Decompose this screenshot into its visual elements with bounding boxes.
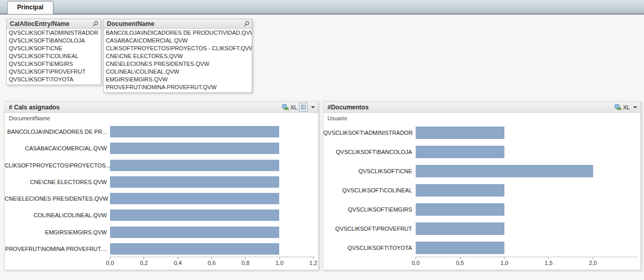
bar-label[interactable]: QVSCLIKSOFT\TOYOTA	[323, 245, 416, 251]
tab-principal[interactable]: Principal	[7, 1, 53, 14]
listbox-body: BANCOLOJA\INDICADORES DE PRODUCTIVIDAD.Q…	[104, 29, 252, 91]
bar-label[interactable]: QVSCLIKSOFT\BANCOLOJA	[323, 149, 416, 155]
bar-row: QVSCLIKSOFT\PROVEFRUT	[323, 219, 637, 238]
plot-area: BANCOLOJA\INDICADORES DE PR... CASABACA\…	[5, 123, 315, 257]
bar[interactable]	[416, 222, 504, 235]
list-item[interactable]: COLINEAL\COLINEAL.QVW	[104, 68, 252, 76]
bar-row: QVSCLIKSOFT\BANCOLOJA	[323, 143, 637, 162]
search-icon[interactable]	[92, 21, 99, 27]
listbox-documentname: DocumentName BANCOLOJA\INDICADORES DE PR…	[103, 19, 252, 93]
list-item[interactable]: QVSCLIKSOFT\CNE	[7, 45, 101, 52]
listbox-title: CalAllocEntry/Name	[10, 20, 70, 27]
bar-track	[110, 224, 315, 241]
axis-tick: 0,6	[208, 257, 215, 266]
list-item[interactable]: CNE\ELECIONES PRESIDENTES.QVW	[104, 60, 252, 68]
chart-caption[interactable]: #Documentos XL	[323, 102, 640, 113]
chart-title: # Cals asignados	[9, 104, 60, 111]
list-item[interactable]: QVSCLIKSOFT\EMGIRS	[7, 60, 101, 68]
chart-documentos: #Documentos XL Usuario QVSCLIKSOFT\ADMIN…	[323, 101, 641, 270]
bar-track	[416, 162, 637, 181]
bar-label[interactable]: COLINEAL\COLINEAL.QVW	[5, 212, 110, 218]
excel-export-icon[interactable]	[614, 104, 622, 111]
xl-export-label[interactable]: XL	[291, 104, 297, 110]
bar-row: CLIKSOFTPROYECTOS\PROYECTOS...	[5, 157, 315, 174]
bar-row: CNE\CNE ELECTORES.QVW	[5, 174, 315, 190]
bar-track	[110, 190, 315, 207]
axis-tick: 1,5	[545, 257, 553, 266]
bar-label[interactable]: QVSCLIKSOFT\CNE	[323, 168, 416, 174]
bar[interactable]	[416, 242, 504, 254]
bar[interactable]	[110, 209, 279, 221]
bar-label[interactable]: QVSCLIKSOFT\ADMINISTRADOR	[323, 130, 416, 136]
bar-label[interactable]: EMGIRS\EMGIRS.QVW	[5, 229, 110, 235]
bar[interactable]	[416, 127, 504, 139]
bar[interactable]	[110, 193, 279, 204]
x-axis: 0,0 0,5 1,0 1,5 2,0	[416, 257, 637, 270]
chevron-down-icon[interactable]	[633, 106, 637, 108]
bar-label[interactable]: CLIKSOFTPROYECTOS\PROYECTOS...	[5, 162, 110, 169]
bar-track	[416, 238, 637, 257]
bar-label[interactable]: QVSCLIKSOFT\COLINEAL	[323, 187, 416, 193]
bar-label[interactable]: QVSCLIKSOFT\PROVEFRUT	[323, 226, 416, 232]
list-item[interactable]: QVSCLIKSOFT\TOYOTA	[7, 76, 101, 83]
list-item[interactable]: PROVEFRUT\NOMINA PROVEFRUT.QVW	[104, 83, 252, 91]
bar[interactable]	[416, 146, 504, 158]
excel-export-icon[interactable]	[282, 104, 289, 111]
chart-title: #Documentos	[327, 104, 368, 111]
list-item[interactable]: CASABACA\COMERCIAL.QVW	[104, 37, 252, 45]
listbox-body: QVSCLIKSOFT\ADMINISTRADOR QVSCLIKSOFT\BA…	[7, 29, 101, 83]
bar-track	[110, 174, 315, 190]
list-item[interactable]: QVSCLIKSOFT\BANCOLOJA	[7, 37, 101, 45]
bar-label[interactable]: BANCOLOJA\INDICADORES DE PR...	[5, 129, 110, 135]
chart-body: DocumentName BANCOLOJA\INDICADORES DE PR…	[5, 113, 318, 270]
list-item[interactable]: CLIKSOFTPROYECTOS\PROYECTOS - CLIKSOFT.Q…	[104, 45, 252, 52]
bar-label[interactable]: PROVEFRUT\NOMINA PROVEFRUT....	[5, 246, 110, 252]
bar-row: CNE\ELECIONES PRESIDENTES.QVW	[5, 190, 315, 207]
listbox-caption[interactable]: CalAllocEntry/Name	[7, 19, 101, 29]
list-item[interactable]: QVSCLIKSOFT\PROVEFRUT	[7, 68, 101, 76]
bar[interactable]	[110, 243, 279, 255]
axis-tick: 1,2	[309, 257, 317, 266]
bar-row: QVSCLIKSOFT\TOYOTA	[323, 238, 637, 257]
bar[interactable]	[110, 227, 279, 238]
bar-label[interactable]: CNE\ELECIONES PRESIDENTES.QVW	[5, 195, 110, 202]
bar[interactable]	[416, 203, 504, 216]
chart-caption[interactable]: # Cals asignados XL	[5, 102, 318, 113]
list-item[interactable]: CNE\CNE ELECTORES.QVW	[104, 52, 252, 60]
bar-track	[416, 200, 637, 219]
chevron-down-icon[interactable]	[311, 106, 315, 108]
axis-tick: 0,2	[140, 257, 148, 266]
list-item[interactable]: BANCOLOJA\INDICADORES DE PRODUCTIVIDAD.Q…	[104, 29, 252, 37]
bar-row: PROVEFRUT\NOMINA PROVEFRUT....	[5, 241, 315, 257]
search-icon[interactable]	[243, 21, 250, 27]
bar-track	[416, 219, 637, 238]
bar-track	[416, 123, 637, 143]
axis-tick: 0,0	[412, 257, 419, 266]
bar-label[interactable]: QVSCLIKSOFT\EMGIRS	[323, 206, 416, 213]
bar-row: EMGIRS\EMGIRS.QVW	[5, 224, 315, 241]
dimension-label: DocumentName	[9, 115, 50, 121]
list-item[interactable]: EMGIRS\EMGIRS.QVW	[104, 76, 252, 83]
bar[interactable]	[416, 184, 504, 197]
bar-track	[110, 140, 315, 157]
xl-export-label[interactable]: XL	[623, 104, 630, 110]
list-item[interactable]: QVSCLIKSOFT\ADMINISTRADOR	[7, 29, 101, 37]
list-item[interactable]: QVSCLIKSOFT\COLINEAL	[7, 52, 101, 60]
bar-label[interactable]: CNE\CNE ELECTORES.QVW	[5, 179, 110, 185]
bar[interactable]	[110, 176, 279, 188]
axis-tick: 0,8	[242, 257, 250, 266]
plot-area: QVSCLIKSOFT\ADMINISTRADOR QVSCLIKSOFT\BA…	[323, 123, 637, 257]
bar-row: COLINEAL\COLINEAL.QVW	[5, 207, 315, 223]
listbox-caption[interactable]: DocumentName	[104, 19, 252, 29]
fast-type-change-icon[interactable]	[299, 103, 308, 111]
bar-label[interactable]: CASABACA\COMERCIAL.QVW	[5, 145, 110, 151]
axis-tick: 0,4	[174, 257, 182, 266]
bar[interactable]	[416, 165, 593, 177]
bar[interactable]	[110, 143, 279, 154]
bar[interactable]	[110, 160, 279, 171]
tab-bar: Principal	[0, 0, 644, 15]
bar-track	[416, 181, 637, 200]
bar[interactable]	[110, 126, 279, 137]
bar-row: BANCOLOJA\INDICADORES DE PR...	[5, 123, 315, 140]
bar-row: QVSCLIKSOFT\COLINEAL	[323, 181, 637, 200]
